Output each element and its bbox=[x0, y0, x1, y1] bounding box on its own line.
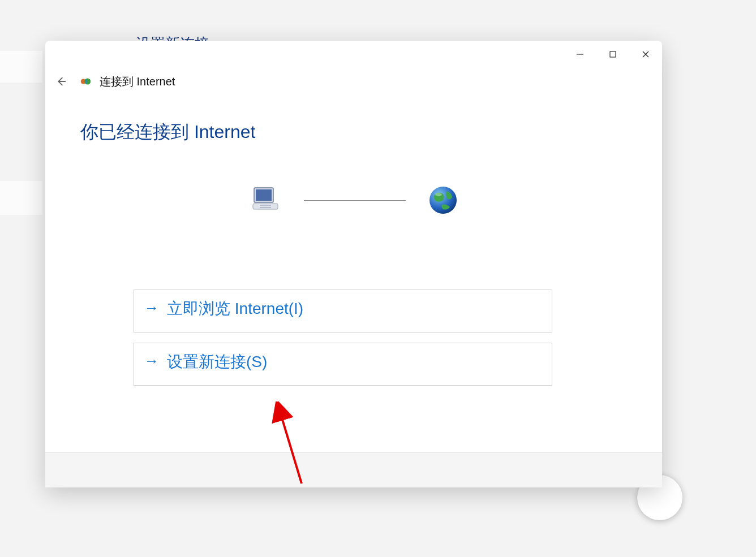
maximize-button[interactable] bbox=[596, 41, 629, 68]
background-panel-1 bbox=[0, 51, 42, 83]
svg-point-13 bbox=[435, 193, 442, 196]
arrow-right-icon: → bbox=[144, 300, 159, 315]
globe-icon bbox=[428, 185, 458, 215]
svg-rect-9 bbox=[253, 204, 278, 209]
minimize-button[interactable] bbox=[564, 41, 596, 68]
browse-internet-option[interactable]: → 立即浏览 Internet(I) bbox=[134, 290, 552, 333]
network-globe-icon bbox=[79, 75, 92, 88]
connection-line bbox=[304, 200, 406, 201]
dialog-title: 连接到 Internet bbox=[100, 74, 175, 89]
dialog-content: 你已经连接到 Internet bbox=[45, 92, 662, 452]
options-list: → 立即浏览 Internet(I) → 设置新连接(S) bbox=[134, 290, 630, 386]
connection-diagram bbox=[77, 184, 630, 216]
dialog-footer bbox=[45, 452, 662, 487]
window-titlebar bbox=[45, 41, 662, 68]
connect-to-internet-dialog: 连接到 Internet 你已经连接到 Internet bbox=[45, 41, 662, 487]
browse-internet-label: 立即浏览 Internet(I) bbox=[167, 298, 303, 319]
maximize-icon bbox=[609, 50, 617, 58]
back-arrow-icon bbox=[55, 75, 67, 88]
close-icon bbox=[642, 50, 650, 58]
computer-icon bbox=[250, 184, 281, 216]
close-button[interactable] bbox=[629, 41, 662, 68]
headline-text: 你已经连接到 Internet bbox=[80, 120, 630, 145]
dialog-header: 连接到 Internet bbox=[45, 68, 662, 92]
svg-rect-8 bbox=[256, 189, 272, 201]
svg-rect-11 bbox=[260, 207, 271, 208]
svg-rect-10 bbox=[260, 205, 271, 206]
back-button[interactable] bbox=[51, 71, 71, 92]
background-panel-2 bbox=[0, 181, 42, 215]
minimize-icon bbox=[576, 50, 584, 58]
svg-point-6 bbox=[84, 79, 91, 85]
setup-new-connection-label: 设置新连接(S) bbox=[167, 351, 267, 373]
svg-rect-1 bbox=[610, 51, 616, 57]
setup-new-connection-option[interactable]: → 设置新连接(S) bbox=[134, 343, 552, 386]
arrow-right-icon: → bbox=[144, 353, 159, 368]
